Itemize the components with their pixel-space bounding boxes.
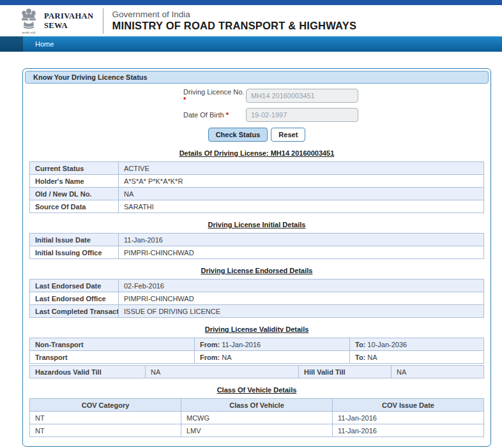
to-value: NA — [367, 354, 377, 361]
cov-category: NT — [30, 412, 181, 424]
from-label: From: — [200, 354, 220, 361]
dl-number-row: Driving Licence No. * — [23, 88, 491, 103]
table-row: NT MCWG 11-Jan-2016 — [30, 412, 484, 424]
table-row: Old / New DL No. NA — [30, 188, 484, 200]
row-label: Initial Issuing Office — [30, 246, 119, 259]
dl-number-label-text: Driving Licence No. — [183, 88, 244, 96]
top-accent-bar — [0, 0, 502, 5]
to-value: 10-Jan-2036 — [367, 341, 407, 348]
row-value: ACTIVE — [119, 162, 484, 175]
panel-title: Know Your Driving Licence Status — [25, 71, 489, 84]
form-buttons: Check Status Reset — [23, 128, 491, 142]
cov-class: LMV — [181, 424, 333, 437]
site-header: सत्यमेव जयते PARIVAHAN SEWA Government o… — [0, 5, 502, 36]
logo-line-1: PARIVAHAN — [44, 11, 93, 20]
table-row: Source Of Data SARATHI — [30, 200, 484, 213]
hill-label: Hill Valid Till — [299, 366, 392, 378]
from-value: NA — [222, 354, 231, 361]
table-row: Hazardous Valid Till NA Hill Valid Till … — [30, 366, 484, 378]
cov-col-category: COV Category — [30, 399, 181, 412]
details-table: Current Status ACTIVE Holder's Name A*S*… — [29, 161, 484, 213]
row-value: 02-Feb-2016 — [119, 280, 484, 292]
endorsed-details-table: Last Endorsed Date 02-Feb-2016 Last Endo… — [29, 279, 484, 318]
row-label: Last Endorsed Date — [30, 280, 119, 292]
initial-details-table: Initial Issue Date 11-Jan-2016 Initial I… — [29, 233, 484, 259]
row-value: 11-Jan-2016 — [119, 234, 484, 246]
row-label: Current Status — [30, 162, 119, 175]
row-label: Initial Issue Date — [30, 234, 119, 246]
row-label: Source Of Data — [30, 200, 119, 213]
from-label: From: — [200, 341, 220, 348]
to-label: To: — [355, 341, 365, 348]
row-label: Last Endorsed Office — [30, 292, 119, 305]
dob-label-text: Date Of Birth — [183, 111, 224, 119]
row-label: Holder's Name — [30, 175, 119, 188]
row-label: Last Completed Transaction — [30, 305, 119, 318]
row-label: Non-Transport — [30, 338, 195, 351]
table-row: Initial Issuing Office PIMPRI-CHINCHWAD — [30, 246, 484, 259]
required-asterisk: * — [183, 96, 186, 103]
required-asterisk: * — [226, 111, 229, 119]
hazardous-label: Hazardous Valid Till — [30, 366, 146, 378]
validity-from-cell: From: 11-Jan-2016 — [195, 338, 350, 351]
cov-col-class: Class Of Vehicle — [181, 399, 333, 412]
validity-to-cell: To: NA — [350, 351, 484, 364]
check-status-button[interactable]: Check Status — [208, 128, 268, 142]
header-divider — [103, 8, 103, 34]
endorsed-details-heading: Driving License Endorsed Details — [23, 267, 491, 275]
logo-line-2: SEWA — [44, 21, 93, 30]
cov-issue-date: 11-Jan-2016 — [333, 424, 484, 437]
ministry-block: Government of India MINISTRY OF ROAD TRA… — [112, 10, 356, 32]
table-row: Non-Transport From: 11-Jan-2016 To: 10-J… — [30, 338, 484, 351]
ministry-title: MINISTRY OF ROAD TRANSPORT & HIGHWAYS — [112, 20, 356, 32]
row-value: ISSUE OF DRIVING LICENCE — [119, 305, 484, 318]
row-value: SARATHI — [119, 200, 484, 213]
row-label: Transport — [30, 351, 195, 364]
reset-button[interactable]: Reset — [271, 128, 305, 142]
table-row: Transport From: NA To: NA — [30, 351, 484, 364]
emblem-caption: सत्यमेव जयते — [22, 31, 35, 34]
row-value: NA — [119, 188, 484, 200]
cov-category: NT — [30, 424, 181, 437]
table-row: Current Status ACTIVE — [30, 162, 484, 175]
to-label: To: — [355, 354, 365, 361]
dl-number-label: Driving Licence No. * — [183, 88, 246, 103]
hazardous-value: NA — [146, 366, 299, 378]
hill-value: NA — [392, 366, 484, 378]
cov-issue-date: 11-Jan-2016 — [333, 412, 484, 424]
table-row: Initial Issue Date 11-Jan-2016 — [30, 234, 484, 246]
validity-details-table: Non-Transport From: 11-Jan-2016 To: 10-J… — [29, 338, 484, 364]
nav-item-home[interactable]: Home — [35, 40, 54, 48]
cov-header-row: COV Category Class Of Vehicle COV Issue … — [30, 399, 484, 412]
national-emblem-icon: सत्यमेव जयते — [18, 8, 40, 34]
validity-extra-table: Hazardous Valid Till NA Hill Valid Till … — [29, 365, 484, 378]
row-label: Old / New DL No. — [30, 188, 119, 200]
validity-to-cell: To: 10-Jan-2036 — [350, 338, 484, 351]
table-row: Holder's Name A*S*A* P*K*A*K*R — [30, 175, 484, 188]
from-value: 11-Jan-2016 — [222, 341, 261, 348]
row-value: PIMPRI-CHINCHWAD — [119, 246, 484, 259]
dl-number-input[interactable] — [246, 89, 358, 103]
main-nav: Home — [0, 36, 502, 52]
dob-input[interactable] — [246, 108, 358, 122]
parivahan-sewa-logo: PARIVAHAN SEWA — [44, 11, 93, 30]
table-row: Last Completed Transaction ISSUE OF DRIV… — [30, 305, 484, 318]
validity-from-cell: From: NA — [195, 351, 350, 364]
validity-details-heading: Driving License Validity Details — [23, 325, 491, 334]
table-row: NT LMV 11-Jan-2016 — [30, 424, 484, 437]
cov-heading: Class Of Vehicle Details — [23, 386, 491, 394]
row-value: A*S*A* P*K*A*K*R — [119, 175, 484, 188]
cov-col-issue-date: COV Issue Date — [333, 399, 484, 412]
row-value: PIMPRI-CHINCHWAD — [119, 292, 484, 305]
cov-table: COV Category Class Of Vehicle COV Issue … — [29, 398, 484, 437]
government-of-india-text: Government of India — [112, 10, 356, 19]
dob-row: Date Of Birth * — [23, 108, 491, 122]
details-heading: Details Of Driving License: MH14 2016000… — [23, 149, 491, 158]
cov-class: MCWG — [181, 412, 333, 424]
table-row: Last Endorsed Date 02-Feb-2016 — [30, 280, 484, 292]
dob-label: Date Of Birth * — [183, 111, 246, 119]
initial-details-heading: Driving License Initial Details — [23, 221, 491, 229]
table-row: Last Endorsed Office PIMPRI-CHINCHWAD — [30, 292, 484, 305]
status-panel: Know Your Driving Licence Status Driving… — [22, 68, 491, 447]
nav-left-shade — [0, 36, 23, 52]
